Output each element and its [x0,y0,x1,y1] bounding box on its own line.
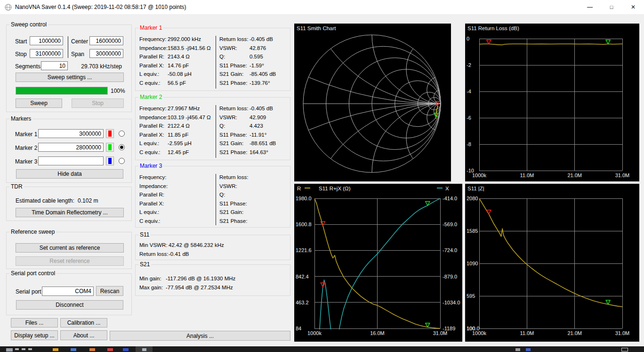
marker-detail-row: S21 Phase:-139.76° [219,79,276,88]
span-input[interactable] [89,49,123,58]
detail-label: L equiv.: [139,139,168,148]
svg-text:1221.6: 1221.6 [296,247,312,253]
detail-label: VSWR: [219,113,250,122]
markers-title: Markers [9,115,32,122]
start-button-icon[interactable] [6,348,13,352]
marker1-detail-panel: Marker 1 Frequency:2992.000 kHzImpedance… [135,28,290,91]
marker1-radio[interactable] [119,131,125,137]
detail-value: 0.595 [250,52,263,61]
taskbar-icon[interactable] [71,348,76,351]
taskbar-active-app[interactable] [136,346,153,352]
marker-detail-row: Q:0.595 [219,52,276,61]
marker1-freq-input[interactable] [38,129,104,138]
svg-text:31.0M: 31.0M [615,172,630,178]
detail-label: Q: [219,190,250,199]
marker3-detail-title: Marker 3 [138,163,163,169]
marker3-label: Marker 3 [15,158,37,165]
detail-value: 2122.4 Ω [168,122,190,131]
maximize-button[interactable]: □ [601,0,622,14]
s11-z-chart[interactable]: S11 |Z| 208015851090595100.01001000k11.0… [465,184,639,342]
about-button[interactable]: About ... [60,330,107,340]
svg-text:84: 84 [296,326,301,331]
sweep-button[interactable]: Sweep [16,98,62,108]
files-button[interactable]: Files ... [11,318,58,327]
calibration-button[interactable]: Calibration ... [60,318,107,327]
windows-taskbar[interactable] [0,346,644,352]
window-title: NanoVNA Saver 0.1.4 (Sweep: 2019-11-02 0… [15,4,186,10]
s21-min-gain-label: Min gain: [139,274,166,283]
marker-detail-row: C equiv.: [139,217,168,226]
display-setup-button[interactable]: Display setup ... [11,330,58,340]
s21-max-gain-row: Max gain: -77.954 dB @ 27.2534 MHz [139,283,235,292]
s21-info-panel: S21 Min gain: -117.296 dB @ 16.1930 MHz … [135,264,290,296]
detail-value: -0.405 dB [250,104,273,113]
marker-detail-row: Q: [219,190,250,199]
taskbar-search[interactable] [22,348,25,350]
taskbar-tray-box[interactable] [621,348,628,352]
taskbar-tray-icon[interactable] [526,348,531,351]
title-bar[interactable]: NanoVNA Saver 0.1.4 (Sweep: 2019-11-02 0… [0,0,644,14]
center-input[interactable] [89,36,123,45]
minimize-button[interactable]: — [579,0,601,14]
stop-input[interactable] [30,49,63,58]
cable-length-value: 0.102 m [78,197,98,204]
disconnect-button[interactable]: Disconnect [16,300,123,310]
svg-text:-724.0: -724.0 [443,247,457,253]
set-reference-button[interactable]: Set current as reference [16,243,124,253]
marker2-freq-input[interactable] [38,143,104,152]
detail-label: Frequency: [139,35,168,44]
detail-label: Impedance: [139,44,168,53]
marker2-color-button[interactable] [106,143,114,152]
detail-label: S11 Phase: [219,61,250,70]
marker2-radio[interactable] [119,144,125,150]
start-input[interactable] [30,36,63,45]
reset-reference-button: Reset reference [16,256,124,266]
taskbar-icon[interactable] [123,348,129,351]
marker1-color-button[interactable] [106,129,114,138]
marker3-radio[interactable] [119,158,125,164]
detail-label: S21 Phase: [219,217,250,226]
segments-input[interactable] [41,61,68,70]
taskbar-tray-icon[interactable] [515,348,520,351]
marker-detail-row: S21 Phase:164.63° [219,148,276,157]
reference-sweep-group: Reference sweep Set current as reference… [6,232,132,269]
marker1-detail-title: Marker 1 [138,25,163,31]
serial-port-input[interactable] [42,287,94,296]
marker3-color-button[interactable] [106,156,114,165]
detail-label: S21 Gain: [219,208,250,217]
marker-detail-row: Return loss:-0.405 dB [219,104,276,113]
marker2-detail-title: Marker 2 [138,94,163,100]
return-loss-chart-canvas: 0-2-4-6-8-101000k11.0M21.0M31.0M [465,24,639,181]
marker3-freq-input[interactable] [38,156,104,165]
marker2-right-column: Return loss:-0.405 dBVSWR:42.909Q:4.423S… [219,104,276,157]
center-label: Center [71,38,88,45]
marker-detail-row: VSWR:42.876 [219,44,276,53]
marker2-label: Marker 2 [15,145,37,151]
taskbar-icon[interactable] [107,348,113,351]
s11-smith-chart[interactable]: S11 Smith Chart [294,24,451,181]
taskbar-icon[interactable] [89,348,95,351]
marker-detail-row: Parallel X:14.76 pF [139,61,211,70]
taskbar-icon[interactable] [53,348,58,351]
s11-return-loss-chart[interactable]: S11 Return Loss (dB) 0-2-4-6-8-101000k11… [465,24,639,181]
serial-port-group: Serial port control Serial port Rescan D… [6,273,132,315]
detail-value: 42.909 [250,113,266,122]
sweep-settings-button[interactable]: Sweep settings ... [16,73,124,82]
span-label: Span [71,51,84,57]
marker-detail-row: S11 Phase: [219,199,250,208]
step-info: 29.703 kHz/step [81,63,122,70]
reference-sweep-title: Reference sweep [9,229,56,235]
close-button[interactable]: ✕ [622,0,644,14]
s11-rjx-chart[interactable]: R S11 R+jX (Ω) X 1980.01600.81221.6842.4… [294,184,462,342]
detail-value: 12.45 pF [168,148,189,157]
rescan-button[interactable]: Rescan [96,286,123,296]
marker-detail-row: S11 Phase:-1.59° [219,61,276,70]
tdr-button[interactable]: Time Domain Reflectometry ... [16,208,124,217]
taskbar-search[interactable] [28,348,32,350]
hide-data-button[interactable]: Hide data [16,169,123,179]
marker-detail-row: S21 Gain: [219,208,250,217]
analysis-button[interactable]: Analysis ... [110,331,290,341]
detail-label: C equiv.: [139,217,168,226]
taskbar-search[interactable] [15,348,19,350]
serial-port-title: Serial port control [9,270,56,277]
